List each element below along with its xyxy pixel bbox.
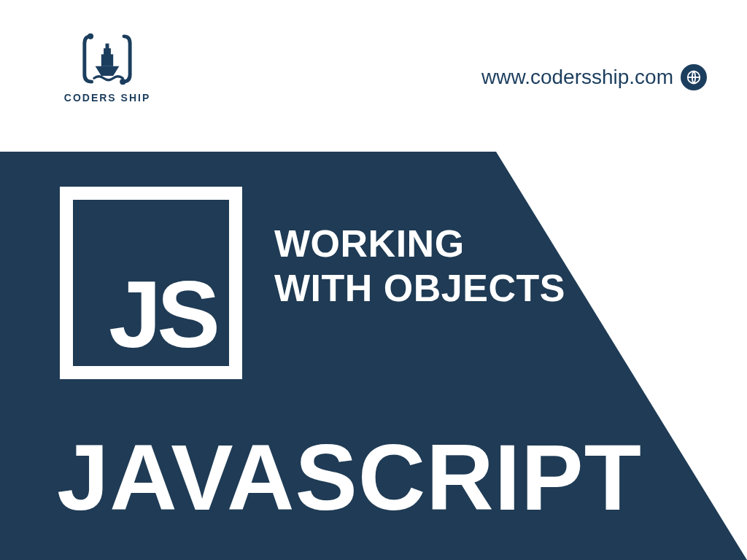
ship-logo-icon bbox=[77, 29, 137, 89]
subtitle: WORKING WITH OBJECTS bbox=[274, 222, 565, 311]
brand-logo: CODERS SHIP bbox=[60, 29, 155, 104]
svg-rect-4 bbox=[106, 44, 109, 50]
page-title: JAVASCRIPT bbox=[57, 424, 642, 531]
js-badge: JS bbox=[60, 187, 242, 379]
svg-rect-2 bbox=[101, 54, 113, 66]
globe-icon bbox=[681, 64, 707, 90]
js-badge-letters: JS bbox=[109, 267, 216, 362]
promo-banner: CODERS SHIP www.codersship.com JS WORKIN… bbox=[0, 0, 747, 560]
main-panel: JS WORKING WITH OBJECTS JAVASCRIPT bbox=[0, 152, 747, 560]
panel-content: JS WORKING WITH OBJECTS JAVASCRIPT bbox=[0, 152, 747, 560]
site-url-text: www.codersship.com bbox=[481, 66, 673, 89]
svg-point-0 bbox=[88, 34, 93, 39]
header: CODERS SHIP www.codersship.com bbox=[0, 0, 747, 153]
site-link[interactable]: www.codersship.com bbox=[481, 64, 707, 90]
svg-point-1 bbox=[120, 79, 125, 85]
brand-name: CODERS SHIP bbox=[60, 92, 155, 104]
